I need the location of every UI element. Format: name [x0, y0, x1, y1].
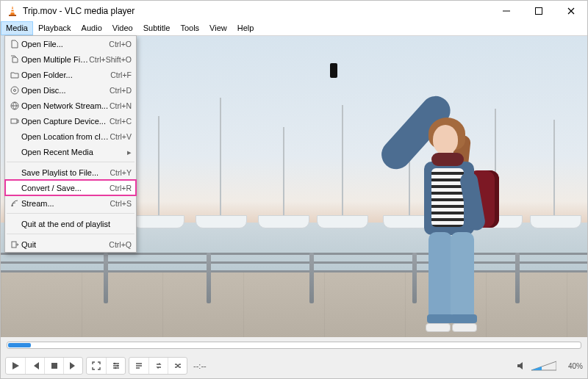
menu-item-label: Open Disc...: [21, 86, 110, 95]
menu-item[interactable]: Save Playlist to File...Ctrl+Y: [5, 165, 136, 180]
network-icon: [8, 101, 21, 110]
menu-item[interactable]: Open Folder...Ctrl+F: [5, 67, 136, 82]
quit-icon: [8, 240, 21, 249]
folder-icon: [8, 71, 21, 79]
fullscreen-button[interactable]: [87, 358, 106, 374]
stream-icon: [8, 199, 21, 208]
menu-media[interactable]: Media: [1, 21, 33, 35]
close-button[interactable]: [555, 1, 587, 21]
menu-subtitle[interactable]: Subtitle: [138, 21, 176, 35]
svg-rect-3: [503, 11, 510, 12]
menu-item-label: Open Location from clipboard: [21, 132, 110, 141]
shuffle-button[interactable]: [168, 358, 187, 374]
menu-item-shortcut: Ctrl+F: [110, 71, 132, 79]
files-icon: [8, 55, 21, 64]
menu-item-label: Stream...: [21, 199, 110, 208]
disc-icon: [8, 86, 21, 95]
menu-item-shortcut: Ctrl+D: [110, 86, 132, 95]
menu-item-shortcut: Ctrl+Q: [109, 240, 132, 249]
svg-point-8: [114, 367, 116, 369]
svg-point-10: [14, 89, 16, 91]
seek-bar: [1, 337, 587, 353]
menu-playback[interactable]: Playback: [33, 21, 76, 35]
svg-rect-2: [9, 15, 16, 16]
menu-item-shortcut: Ctrl+N: [110, 101, 132, 110]
extended-settings-button[interactable]: [106, 358, 125, 374]
svg-rect-12: [11, 119, 17, 123]
menu-item-shortcut: [121, 148, 132, 156]
svg-rect-14: [12, 242, 16, 248]
file-icon: [8, 40, 21, 48]
svg-point-9: [11, 87, 18, 94]
window-title: Trip.mov - VLC media player: [23, 6, 490, 16]
menu-item[interactable]: Open Network Stream...Ctrl+N: [5, 98, 136, 113]
menu-item[interactable]: Open Multiple Files...Ctrl+Shift+O: [5, 51, 136, 67]
menu-video[interactable]: Video: [107, 21, 138, 35]
minimize-button[interactable]: [490, 1, 523, 21]
menu-item-shortcut: Ctrl+Y: [110, 168, 132, 177]
menu-item[interactable]: Open Capture Device...Ctrl+C: [5, 113, 136, 129]
menu-item[interactable]: Open Disc...Ctrl+D: [5, 82, 136, 98]
menu-item-label: Quit at the end of playlist: [21, 220, 132, 228]
stop-button[interactable]: [44, 358, 63, 374]
capture-icon: [8, 117, 21, 126]
menubar: Media Playback Audio Video Subtitle Tool…: [1, 21, 587, 36]
menu-item-shortcut: Ctrl+Shift+O: [89, 55, 132, 64]
menu-item-label: Convert / Save...: [21, 184, 110, 192]
menu-item-label: Open Network Stream...: [21, 101, 110, 110]
window-controls: [490, 1, 587, 21]
menu-item-shortcut: Ctrl+O: [109, 40, 132, 48]
menu-item-label: Open Recent Media: [21, 148, 121, 156]
controls-bar: --:-- 40%: [1, 353, 587, 378]
menu-item-label: Open Folder...: [21, 71, 110, 79]
svg-rect-0: [10, 9, 14, 10]
prev-track-button[interactable]: [25, 358, 44, 374]
play-button[interactable]: [6, 358, 25, 374]
playlist-button[interactable]: [129, 358, 148, 374]
seek-track[interactable]: [7, 342, 581, 349]
menu-item[interactable]: Quit at the end of playlist: [5, 216, 136, 231]
next-track-button[interactable]: [63, 358, 82, 374]
volume-readout: 40%: [561, 362, 583, 370]
svg-rect-4: [536, 8, 542, 15]
view-group: [86, 357, 126, 375]
menu-item-label: Open Capture Device...: [21, 117, 110, 126]
svg-rect-1: [10, 12, 15, 12]
titlebar: Trip.mov - VLC media player: [1, 1, 587, 21]
seek-fill: [8, 343, 31, 347]
svg-rect-5: [51, 363, 57, 369]
menu-view[interactable]: View: [204, 21, 232, 35]
menu-item[interactable]: Convert / Save...Ctrl+R: [5, 180, 136, 195]
menu-tools[interactable]: Tools: [175, 21, 204, 35]
menu-item-label: Open Multiple Files...: [21, 55, 89, 64]
loop-button[interactable]: [148, 358, 168, 374]
menu-item-label: Open File...: [21, 40, 109, 48]
menu-item[interactable]: QuitCtrl+Q: [5, 237, 136, 252]
menu-item-shortcut: Ctrl+S: [110, 199, 132, 208]
volume-slider[interactable]: [531, 361, 556, 371]
mute-icon[interactable]: [517, 361, 527, 370]
menu-item[interactable]: Open Recent Media: [5, 144, 136, 159]
svg-point-6: [113, 363, 115, 365]
menu-audio[interactable]: Audio: [76, 21, 107, 35]
menu-item-label: Quit: [21, 240, 109, 249]
playlist-group: [129, 357, 187, 375]
app-window: Trip.mov - VLC media player Media Playba…: [0, 0, 588, 379]
time-display: --:--: [193, 361, 514, 370]
menu-item-shortcut: Ctrl+R: [110, 184, 132, 192]
svg-point-13: [12, 205, 13, 206]
menu-item-label: Save Playlist to File...: [21, 168, 110, 177]
menu-item[interactable]: Open Location from clipboardCtrl+V: [5, 129, 136, 144]
media-menu-dropdown: Open File...Ctrl+OOpen Multiple Files...…: [4, 35, 137, 253]
menu-item-shortcut: Ctrl+V: [110, 132, 132, 141]
menu-item[interactable]: Stream...Ctrl+S: [5, 195, 136, 211]
menu-item-shortcut: Ctrl+C: [110, 117, 132, 126]
vlc-cone-icon: [7, 5, 18, 17]
playback-group: [5, 357, 83, 375]
maximize-button[interactable]: [523, 1, 555, 21]
menu-help[interactable]: Help: [232, 21, 259, 35]
svg-point-7: [116, 365, 118, 367]
menu-item[interactable]: Open File...Ctrl+O: [5, 36, 136, 51]
volume-control: 40%: [517, 361, 583, 371]
